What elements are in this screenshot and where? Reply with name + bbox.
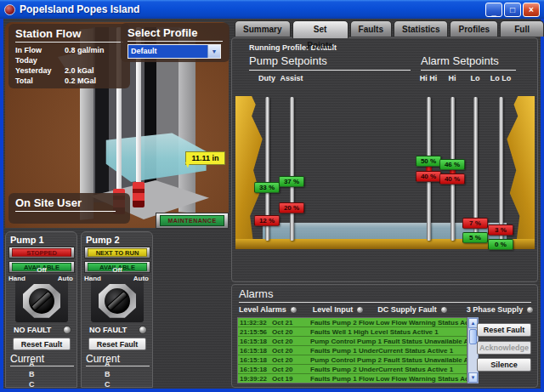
alarm-row[interactable]: 16:15:18Oct 20Faults Pump 2 UnderCurrent… bbox=[238, 365, 467, 374]
alarm-log-list[interactable]: 11:32:32Oct 21Faults Pump 2 Flow Low Flo… bbox=[237, 317, 468, 383]
setpoint-tag-red[interactable]: 3 % bbox=[488, 224, 513, 236]
setpoint-tag-green[interactable]: 37 % bbox=[279, 176, 304, 187]
phase-a-label: A bbox=[29, 360, 35, 368]
setpoint-tag-red[interactable]: 12 % bbox=[254, 215, 280, 226]
switch-hand-label: Hand bbox=[84, 275, 101, 282]
alarm-time: 16:15:18 bbox=[238, 346, 272, 355]
setpoint-tag-green[interactable]: 0 % bbox=[488, 239, 513, 250]
pump2-run-status: NEXT TO RUN bbox=[84, 247, 150, 258]
fault-indicator-light bbox=[139, 326, 147, 334]
alarm-date: Oct 20 bbox=[272, 355, 310, 364]
alarm-row[interactable]: 19:39:22Oct 19Faults Pump 1 Flow Low Flo… bbox=[238, 374, 467, 383]
alarm-message: Pump Control Pump 1 Fault Status Unavail… bbox=[310, 337, 467, 345]
alarm-setpoints-heading: Alarm Setpoints bbox=[421, 54, 499, 67]
setpoint-tag-red[interactable]: 7 % bbox=[462, 218, 488, 229]
tab-bar: SummarySet PointsFaultsStatisticsProfile… bbox=[235, 20, 544, 37]
station-flow-panel: Station Flow In Flow0.8 gal/minTodayYest… bbox=[8, 24, 130, 88]
alarm-indicator-3-phase-supply: 3 Phase Supply bbox=[467, 305, 535, 314]
alarm-date: Oct 19 bbox=[272, 374, 310, 383]
alarm-message: Pump Control Pump 2 Fault Status Unavail… bbox=[310, 355, 467, 364]
maximize-button[interactable]: □ bbox=[504, 3, 521, 17]
switch-off-label: Off bbox=[37, 266, 47, 274]
tab-summary[interactable]: Summary bbox=[235, 20, 291, 37]
alarm-indicator-level-alarms: Level Alarms bbox=[239, 305, 298, 314]
tab-profiles[interactable]: Profiles bbox=[450, 20, 498, 37]
alarm-row[interactable]: 16:15:18Oct 20Faults Pump 1 UnderCurrent… bbox=[238, 346, 467, 355]
switch-auto-label: Auto bbox=[58, 275, 73, 282]
select-profile-title: Select Profile bbox=[128, 26, 223, 42]
indicator-label: Level Alarms bbox=[239, 305, 286, 314]
minimize-button[interactable]: _ bbox=[485, 3, 502, 17]
indicator-label: Level Input bbox=[313, 305, 354, 314]
flow-row-label: Total bbox=[15, 76, 65, 86]
alarm-time: 11:32:32 bbox=[238, 318, 272, 327]
tab-set-points[interactable]: Set Points bbox=[292, 20, 348, 38]
alarm-indicator-dc-supply-fault: DC Supply Fault bbox=[377, 305, 448, 314]
flow-row-value: 0.8 gal/min bbox=[65, 45, 105, 55]
indicator-light-icon bbox=[526, 306, 534, 314]
chevron-down-icon[interactable]: ▼ bbox=[207, 45, 220, 58]
profile-dropdown-value: Default bbox=[128, 45, 207, 58]
setpoint-tag-red[interactable]: 40 % bbox=[439, 173, 465, 185]
setpoint-slider-rail[interactable] bbox=[499, 97, 503, 241]
tab-full-i-o[interactable]: Full I/O bbox=[500, 20, 544, 37]
window-title: PopeIsland Popes Island bbox=[20, 3, 139, 15]
station-flow-row: In Flow0.8 gal/min bbox=[15, 45, 123, 55]
tab-statistics[interactable]: Statistics bbox=[394, 20, 448, 37]
alarm-message: Faults Well 1 High Level Status Active 1 bbox=[310, 327, 467, 336]
alarm-time: 19:39:22 bbox=[238, 374, 272, 383]
profile-dropdown[interactable]: Default ▼ bbox=[128, 44, 221, 59]
on-site-user-label: On Site User bbox=[15, 196, 116, 212]
pump1-reset-fault-button[interactable]: Reset Fault bbox=[13, 338, 71, 350]
pump1-hoa-knob[interactable] bbox=[23, 284, 60, 318]
title-bar[interactable]: PopeIsland Popes Island _ □ × bbox=[0, 0, 544, 19]
pump1-panel: Pump 1 STOPPED AVAILABLE Off Hand Auto N… bbox=[5, 231, 77, 388]
setpoint-slider-rail[interactable] bbox=[290, 97, 294, 241]
pump1-title: Pump 1 bbox=[10, 235, 44, 245]
tab-faults[interactable]: Faults bbox=[350, 20, 392, 37]
setpoint-tag-green[interactable]: 50 % bbox=[416, 156, 441, 167]
app-window: PopeIsland Popes Island _ □ × 11.11 in S… bbox=[0, 0, 544, 392]
divider bbox=[249, 70, 411, 71]
reset-fault-button[interactable]: Reset Fault bbox=[477, 323, 531, 337]
acknowledge-button[interactable]: Acknowledge bbox=[477, 341, 531, 355]
slider-column-label: Hi bbox=[449, 74, 456, 82]
alarm-row[interactable]: 21:15:56Oct 20Faults Well 1 High Level S… bbox=[238, 327, 467, 337]
scrollbar-thumb[interactable] bbox=[469, 329, 477, 344]
level-value-tag: 11.11 in bbox=[185, 151, 225, 165]
station-flow-row: Yesterday2.0 kGal bbox=[15, 65, 123, 76]
alarm-time: 16:15:18 bbox=[238, 355, 272, 364]
setpoint-tag-red[interactable]: 40 % bbox=[416, 171, 441, 182]
setpoint-tag-green[interactable]: 5 % bbox=[462, 232, 488, 243]
alarm-row[interactable]: 11:32:32Oct 21Faults Pump 2 Flow Low Flo… bbox=[238, 318, 467, 327]
silence-button[interactable]: Silence bbox=[477, 358, 531, 372]
close-button[interactable]: × bbox=[523, 3, 540, 17]
alarms-title: Alarms bbox=[239, 287, 273, 300]
pump2-fault-row: NO FAULT bbox=[89, 326, 147, 334]
setpoints-panel: Running Profile: Default Pump Setpoints … bbox=[231, 37, 538, 282]
station-flow-title: Station Flow bbox=[15, 27, 123, 43]
pump2-current-heading: Current bbox=[86, 353, 150, 366]
alarm-indicator-level-input: Level Input bbox=[313, 305, 365, 314]
switch-auto-label: Auto bbox=[133, 275, 149, 282]
pump2-title: Pump 2 bbox=[86, 235, 120, 245]
setpoint-tag-green[interactable]: 46 % bbox=[439, 159, 465, 170]
pump1-fault-status: NO FAULT bbox=[14, 326, 51, 334]
alarm-date: Oct 21 bbox=[272, 318, 310, 327]
alarm-time: 21:15:56 bbox=[238, 327, 272, 336]
scroll-down-icon[interactable]: ▼ bbox=[468, 372, 478, 383]
phase-b-label: B bbox=[105, 370, 110, 378]
pump1-fault-row: NO FAULT bbox=[14, 326, 71, 334]
setpoint-tag-green[interactable]: 33 % bbox=[254, 182, 280, 193]
pump2-reset-fault-button[interactable]: Reset Fault bbox=[88, 338, 146, 350]
alarm-row[interactable]: 16:15:18Oct 20Pump Control Pump 2 Fault … bbox=[238, 355, 467, 365]
indicator-light-icon bbox=[356, 306, 364, 314]
slider-column-label: Lo Lo bbox=[490, 74, 512, 82]
maintenance-button[interactable]: MAINTENANCE bbox=[156, 213, 229, 229]
phase-c-label: C bbox=[105, 380, 110, 389]
phase-b-label: B bbox=[29, 370, 35, 378]
setpoint-tag-red[interactable]: 20 % bbox=[279, 202, 304, 213]
pump2-hoa-knob[interactable] bbox=[99, 284, 136, 318]
alarm-row[interactable]: 16:15:18Oct 20Pump Control Pump 1 Fault … bbox=[238, 337, 467, 346]
alarm-date: Oct 20 bbox=[272, 337, 310, 345]
